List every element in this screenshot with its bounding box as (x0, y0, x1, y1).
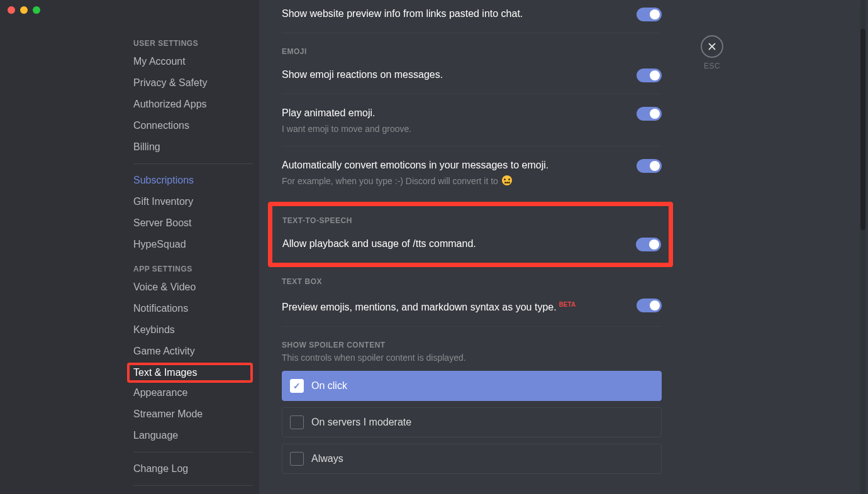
setting-preview-syntax: Preview emojis, mentions, and markdown s… (282, 286, 662, 327)
smile-emoji-icon (502, 175, 512, 185)
textbox-section-header: TEXT BOX (282, 271, 662, 286)
highlight-box-tts: TEXT-TO-SPEECH Allow playback and usage … (268, 202, 673, 267)
spoiler-option-on-click[interactable]: ✓ On click (282, 371, 662, 401)
setting-animated-emoji: Play animated emoji. I want emoji to mov… (282, 94, 662, 146)
spoiler-description: This controls when spoiler content is di… (282, 352, 662, 363)
sidebar-item-billing[interactable]: Billing (133, 137, 253, 157)
sidebar-item-connections[interactable]: Connections (133, 116, 253, 136)
toggle-convert-emoticons[interactable] (637, 159, 662, 173)
content-region: ESC Show website preview info from links… (259, 0, 868, 494)
setting-label: Show website preview info from links pas… (282, 6, 626, 21)
setting-description: For example, when you type :-) Discord w… (282, 175, 626, 187)
highlight-box-text-images: Text & Images (127, 363, 253, 383)
checkbox-icon (290, 452, 304, 466)
toggle-tts[interactable] (636, 238, 661, 251)
window-zoom-dot[interactable] (33, 6, 40, 14)
user-settings-header: USER SETTINGS (133, 30, 253, 52)
sidebar-item-notifications[interactable]: Notifications (133, 299, 253, 319)
sidebar-item-gift-inventory[interactable]: Gift Inventory (133, 192, 253, 212)
setting-label: Automatically convert emoticons in your … (282, 158, 626, 173)
setting-label: Allow playback and usage of /tts command… (282, 236, 626, 251)
tts-section-header: TEXT-TO-SPEECH (282, 210, 661, 225)
sidebar-item-authorized-apps[interactable]: Authorized Apps (133, 94, 253, 114)
setting-description: I want emoji to move and groove. (282, 123, 626, 134)
setting-label: Show emoji reactions on messages. (282, 67, 626, 82)
toggle-link-preview[interactable] (637, 8, 662, 21)
sidebar-separator (133, 485, 253, 486)
toggle-emoji-reactions[interactable] (637, 69, 662, 82)
sidebar-item-my-account[interactable]: My Account (133, 52, 253, 72)
sidebar-item-appearance[interactable]: Appearance (133, 383, 253, 403)
sidebar-item-text-images[interactable]: Text & Images (133, 366, 247, 379)
option-label: Always (311, 453, 343, 464)
sidebar-item-subscriptions[interactable]: Subscriptions (133, 170, 253, 190)
sidebar-item-game-activity[interactable]: Game Activity (133, 341, 253, 361)
close-icon (706, 41, 718, 52)
window-close-dot[interactable] (8, 6, 15, 14)
beta-badge: BETA (559, 301, 576, 308)
setting-convert-emoticons: Automatically convert emoticons in your … (282, 146, 662, 198)
checkbox-icon: ✓ (290, 379, 304, 393)
close-settings: ESC (701, 35, 723, 70)
sidebar-separator (133, 163, 253, 164)
sidebar-item-server-boost[interactable]: Server Boost (133, 213, 253, 233)
sidebar-item-change-log[interactable]: Change Log (133, 459, 253, 479)
sidebar-item-privacy-safety[interactable]: Privacy & Safety (133, 73, 253, 93)
setting-link-preview: Show website preview info from links pas… (282, 0, 662, 33)
close-esc-label: ESC (701, 62, 723, 70)
setting-tts: Allow playback and usage of /tts command… (282, 225, 661, 254)
app-settings-header: APP SETTINGS (133, 256, 253, 277)
spoiler-option-servers-moderate[interactable]: On servers I moderate (282, 407, 662, 437)
emoji-section-header: EMOJI (282, 33, 662, 56)
sidebar-item-language[interactable]: Language (133, 425, 253, 446)
close-button[interactable] (701, 35, 723, 58)
window-minimize-dot[interactable] (20, 6, 28, 14)
setting-label: Preview emojis, mentions, and markdown s… (282, 297, 626, 315)
setting-label: Play animated emoji. (282, 106, 626, 121)
sidebar-item-streamer-mode[interactable]: Streamer Mode (133, 404, 253, 424)
spoiler-section-header: SHOW SPOILER CONTENT (282, 327, 662, 349)
option-label: On servers I moderate (311, 417, 411, 428)
settings-content: Show website preview info from links pas… (259, 0, 674, 494)
scrollbar-thumb[interactable] (860, 29, 865, 230)
sidebar-region: USER SETTINGS My Account Privacy & Safet… (0, 0, 259, 494)
sidebar-item-hypesquad[interactable]: HypeSquad (133, 234, 253, 255)
window-controls (8, 6, 40, 14)
checkbox-icon (290, 415, 304, 429)
toggle-preview-syntax[interactable] (637, 299, 662, 312)
settings-sidebar: USER SETTINGS My Account Privacy & Safet… (133, 30, 259, 494)
sidebar-item-keybinds[interactable]: Keybinds (133, 320, 253, 340)
sidebar-separator (133, 452, 253, 453)
sidebar-item-voice-video[interactable]: Voice & Video (133, 277, 253, 297)
option-label: On click (311, 380, 347, 392)
spoiler-option-always[interactable]: Always (282, 444, 662, 474)
setting-emoji-reactions: Show emoji reactions on messages. (282, 56, 662, 94)
toggle-animated-emoji[interactable] (637, 107, 662, 121)
